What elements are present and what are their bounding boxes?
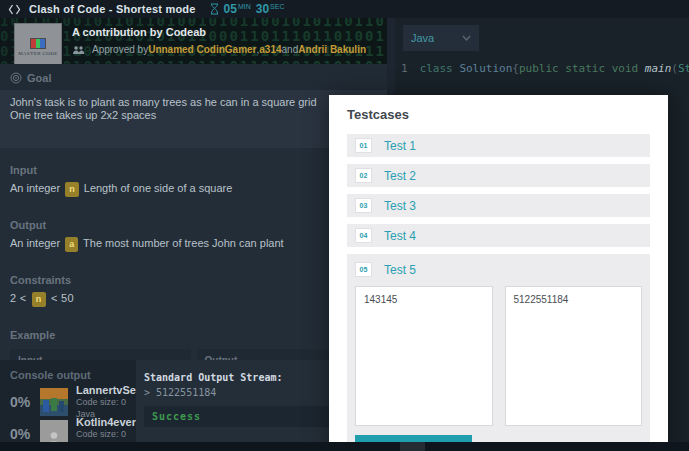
bottom-bar-stub xyxy=(400,442,425,451)
test-row-5[interactable]: 05 Test 5 xyxy=(355,258,642,281)
test-output-textarea[interactable]: 5122551184 xyxy=(505,286,643,426)
test-number-badge: 05 xyxy=(355,262,372,277)
top-bar: Clash of Code - Shortest mode 05MIN 30SE… xyxy=(0,0,689,18)
approver-link[interactable]: Unnamed CodinGamer xyxy=(148,44,256,55)
test-number-badge: 02 xyxy=(355,168,372,183)
player-avatar xyxy=(40,388,68,416)
variable-badge-n: n xyxy=(32,292,46,307)
timer-seconds: 30 xyxy=(256,2,269,16)
avatar-monitor-icon xyxy=(30,38,46,49)
line-number: 1 xyxy=(401,62,408,75)
test-row-3[interactable]: 03 Test 3 xyxy=(347,194,650,217)
code-brackets-icon xyxy=(8,4,21,15)
approver-link[interactable]: a314 xyxy=(259,44,281,55)
language-select[interactable]: Java xyxy=(403,25,479,51)
contributor-avatar[interactable]: MASTER CODE xyxy=(14,23,62,64)
test-row-4[interactable]: 04 Test 4 xyxy=(347,224,650,247)
test-row-1[interactable]: 01 Test 1 xyxy=(347,134,650,157)
testcases-modal: Testcases 01 Test 1 02 Test 2 03 Test 3 … xyxy=(329,95,668,451)
player-name: Kotlin4ever xyxy=(76,416,136,428)
group-icon xyxy=(72,45,86,55)
approved-by-line: Approved by Unnamed CodinGamer, a314 and… xyxy=(72,44,366,55)
test-number-badge: 03 xyxy=(355,198,372,213)
contribution-header: 1011010010110110100101011001010110110011… xyxy=(0,18,387,64)
modal-title: Testcases xyxy=(347,107,650,122)
timer-minutes: 05 xyxy=(224,2,237,16)
contribution-title: A contribution by Codeab xyxy=(72,26,206,38)
target-icon xyxy=(10,72,22,84)
goal-heading: Goal xyxy=(0,64,387,90)
code-line-1[interactable]: 1 class Solution{public static void main… xyxy=(395,60,689,76)
test-input-textarea[interactable]: 143145 xyxy=(355,286,493,426)
chevron-down-icon xyxy=(462,35,471,41)
variable-badge-n: n xyxy=(65,182,79,197)
variable-badge-a: a xyxy=(65,237,78,252)
clash-title: Clash of Code - Shortest mode xyxy=(29,3,196,15)
approver-link[interactable]: Andrii Bakulin xyxy=(298,44,366,55)
test-row-5-expanded: 05 Test 5 143145 5122551184 SEND TO IDE xyxy=(347,254,650,451)
player-code-size: Code size: 0 xyxy=(76,428,136,440)
test-number-badge: 01 xyxy=(355,138,372,153)
test-row-2[interactable]: 02 Test 2 xyxy=(347,164,650,187)
player-progress: 0% xyxy=(0,426,40,442)
test-number-badge: 04 xyxy=(355,228,372,243)
countdown-timer: 05MIN 30SEC xyxy=(210,2,290,16)
player-progress: 0% xyxy=(0,394,40,410)
hourglass-icon xyxy=(210,3,219,15)
bottom-bar xyxy=(0,442,689,451)
code-content: class Solution{public static void main(S… xyxy=(420,62,689,75)
